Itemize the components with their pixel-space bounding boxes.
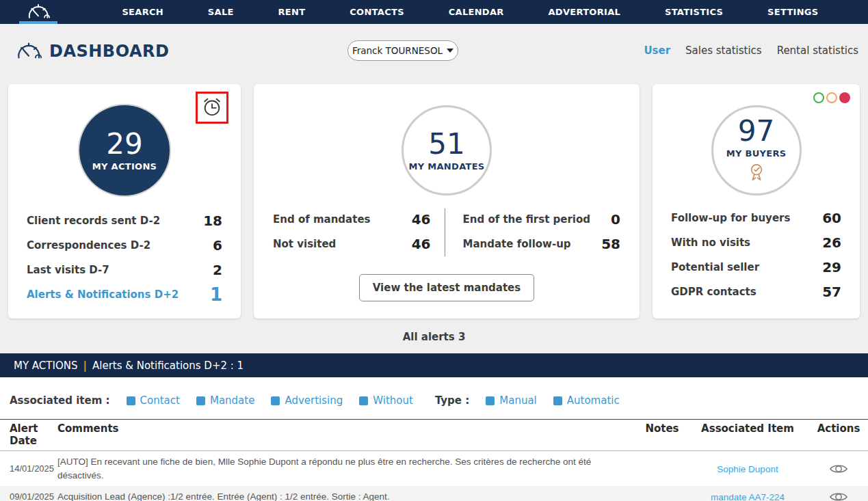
eye-icon: [829, 495, 848, 501]
alert-date: 09/01/2025: [0, 491, 57, 501]
alerts-table: Alert Date Comments Notes Associated Ite…: [0, 419, 868, 501]
nav-item-search[interactable]: SEARCH: [122, 7, 163, 17]
alert-date: 14/01/2025: [0, 463, 57, 474]
alert-comment: [AUTO] En recevant une fiche de bien, Ml…: [57, 455, 638, 482]
stat-follow-up-buyers[interactable]: Follow-up for buyers 60: [653, 206, 860, 230]
nav-item-settings[interactable]: SETTINGS: [767, 7, 818, 17]
col-alert-date: Alert Date: [0, 422, 57, 447]
associated-item-link[interactable]: mandate AA7-224: [711, 492, 785, 501]
my-mandates-circle[interactable]: 51 MY MANDATES: [402, 105, 492, 195]
page-title: DASHBOARD: [49, 42, 169, 61]
user-selector-dropdown[interactable]: Franck TOURNESOL: [347, 40, 458, 61]
stat-with-no-visits[interactable]: With no visits 26: [653, 230, 860, 255]
nav-item-sale[interactable]: SALE: [208, 7, 234, 17]
my-actions-title: MY ACTIONS: [92, 161, 157, 172]
nav-item-advertorial[interactable]: ADVERTORIAL: [548, 7, 620, 17]
checkbox-checked-icon: [196, 396, 205, 405]
chevron-down-icon: [447, 49, 453, 53]
filter-option-contact[interactable]: Contact: [127, 394, 180, 407]
stat-alerts-notifications[interactable]: Alerts & Notifications D+2 1: [8, 282, 241, 307]
alarm-clock-icon: [201, 96, 223, 120]
stat-mandate-follow-up[interactable]: Mandate follow-up 58: [463, 232, 621, 256]
table-row: 14/01/2025 [AUTO] En recevant une fiche …: [0, 451, 868, 486]
table-header-row: Alert Date Comments Notes Associated Ite…: [0, 419, 868, 451]
alert-comment: Acquisition Lead (Agence) :1/2 entrée. E…: [57, 490, 638, 501]
my-buyers-circle[interactable]: 97 MY BUYERS: [711, 105, 802, 195]
filter-option-advertising[interactable]: Advertising: [271, 394, 343, 407]
checkbox-checked-icon: [486, 396, 495, 405]
app-logo[interactable]: [18, 0, 59, 24]
speedometer-icon: [26, 2, 51, 23]
my-actions-count: 29: [106, 129, 142, 159]
red-highlight-box[interactable]: [196, 92, 228, 124]
red-status-dot[interactable]: [839, 92, 850, 103]
orange-status-dot[interactable]: [826, 92, 837, 103]
stat-potential-seller[interactable]: Potential seller 29: [653, 255, 860, 280]
stat-not-visited[interactable]: Not visited 46: [273, 232, 431, 256]
filter-option-mandate[interactable]: Mandate: [196, 394, 254, 407]
tab-rental-statistics[interactable]: Rental statistics: [777, 44, 858, 57]
stat-gdpr-contacts[interactable]: GDPR contacts 57: [653, 280, 860, 304]
my-buyers-title: MY BUYERS: [726, 148, 787, 159]
section-bar-title: MY ACTIONS: [14, 360, 77, 372]
dashboard-tabs: User Sales statistics Rental statistics: [644, 44, 858, 57]
my-buyers-count: 97: [738, 116, 774, 146]
stat-last-visits[interactable]: Last visits D-7 2: [8, 258, 241, 282]
checkbox-checked-icon: [127, 396, 135, 405]
page-header: DASHBOARD Franck TOURNESOL User Sales st…: [0, 24, 868, 79]
user-selector-value: Franck TOURNESOL: [352, 45, 443, 56]
nav-item-calendar[interactable]: CALENDAR: [449, 7, 504, 17]
column-divider: [445, 208, 445, 256]
checkbox-checked-icon: [359, 396, 368, 405]
col-associated-item: Associated Item: [686, 422, 809, 447]
card-my-mandates: 51 MY MANDATES End of mandates 46 Not vi…: [254, 84, 640, 319]
checkbox-checked-icon: [271, 396, 280, 405]
view-latest-mandates-button[interactable]: View the latest mandates: [359, 274, 534, 301]
page-title-group: DASHBOARD: [15, 40, 169, 63]
nav-item-rent[interactable]: RENT: [278, 7, 306, 17]
card-my-actions: 29 MY ACTIONS Client records sent D-2 18…: [8, 84, 241, 319]
status-dots: [813, 92, 850, 103]
nav-item-statistics[interactable]: STATISTICS: [665, 7, 723, 17]
view-alert-button[interactable]: [829, 463, 848, 475]
my-actions-section-bar: MY ACTIONS | Alerts & Notifications D+2 …: [0, 353, 868, 377]
my-mandates-count: 51: [428, 129, 464, 159]
stat-end-first-period[interactable]: End of the first period 0: [463, 207, 621, 232]
stat-correspondences[interactable]: Correspondences D-2 6: [8, 233, 241, 258]
filter-option-manual[interactable]: Manual: [486, 394, 537, 407]
stat-client-records[interactable]: Client records sent D-2 18: [8, 208, 241, 233]
award-ribbon-icon: [748, 163, 765, 185]
associated-item-link[interactable]: Sophie Dupont: [717, 464, 778, 474]
section-bar-separator: |: [83, 360, 86, 372]
green-status-dot[interactable]: [813, 92, 824, 103]
card-my-buyers: 97 MY BUYERS Follow-up for buyers 60 W: [653, 84, 860, 319]
associated-item-label: Associated item :: [10, 394, 110, 407]
view-alert-button[interactable]: [829, 491, 848, 501]
type-label: Type :: [435, 394, 469, 407]
stat-end-of-mandates[interactable]: End of mandates 46: [273, 207, 431, 232]
col-notes: Notes: [638, 422, 686, 447]
my-mandates-title: MY MANDATES: [408, 161, 484, 172]
col-comments: Comments: [57, 422, 638, 447]
col-actions: Actions: [809, 422, 868, 447]
all-alerts-link[interactable]: All alerts 3: [0, 319, 868, 353]
tab-sales-statistics[interactable]: Sales statistics: [685, 44, 762, 57]
my-actions-circle[interactable]: 29 MY ACTIONS: [79, 105, 170, 195]
checkbox-checked-icon: [553, 396, 562, 405]
top-nav: SEARCH SALE RENT CONTACTS CALENDAR ADVER…: [0, 0, 868, 24]
nav-item-contacts[interactable]: CONTACTS: [350, 7, 404, 17]
table-row: 09/01/2025 Acquisition Lead (Agence) :1/…: [0, 486, 868, 501]
eye-icon: [829, 467, 848, 477]
summary-cards: 29 MY ACTIONS Client records sent D-2 18…: [0, 79, 868, 319]
filter-option-without[interactable]: Without: [359, 394, 413, 407]
tab-user[interactable]: User: [644, 44, 670, 57]
section-bar-subtitle: Alerts & Notifications D+2 : 1: [92, 360, 244, 372]
filter-option-automatic[interactable]: Automatic: [553, 394, 620, 407]
speedometer-icon: [15, 40, 42, 63]
alert-filters: Associated item : Contact Mandate Advert…: [0, 377, 868, 419]
